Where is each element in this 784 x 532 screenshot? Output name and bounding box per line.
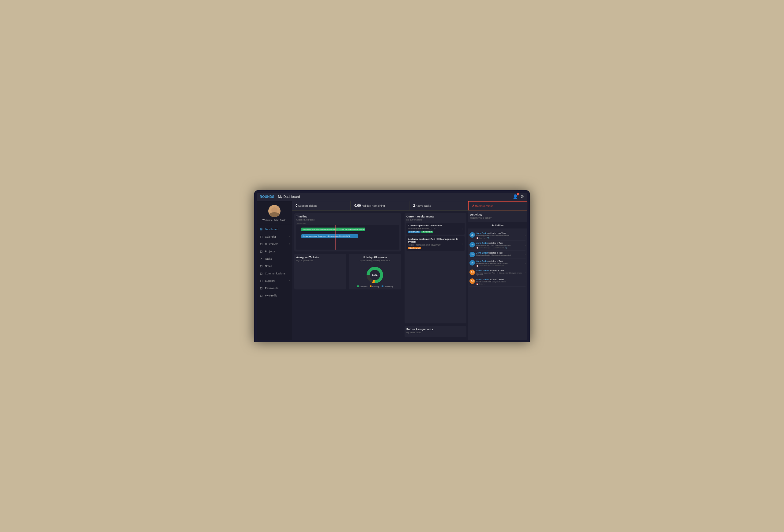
- chevron-right-icon: ›: [525, 253, 526, 256]
- assignment-item-1[interactable]: Create application Document Personnel fi…: [407, 223, 465, 234]
- sidebar-profile: Welcome, John Smith: [257, 201, 292, 224]
- future-subtitle: My future tasks: [407, 331, 465, 334]
- legend-remaining: Remaining: [382, 285, 393, 288]
- activity-content: John Smith updated a Task Converse with …: [476, 260, 523, 267]
- activity-item-4: JS John Smith updated a Task Converse wi…: [470, 259, 526, 268]
- stat-label: Support Tickets: [298, 204, 317, 207]
- stat-holiday[interactable]: 0.00 Holiday Remaining: [351, 201, 410, 211]
- sidebar-item-notes[interactable]: ◻ Notes: [257, 262, 292, 270]
- activity-desc: Create application Document was updated: [476, 254, 523, 256]
- app-logo: ROUNDS: [260, 195, 274, 198]
- sidebar-item-tasks[interactable]: ✓ Tasks: [257, 255, 292, 262]
- activity-content: John Smith added a new Task Create appli…: [476, 232, 523, 239]
- stat-number: 0: [296, 204, 297, 207]
- sidebar-item-label: Tasks: [265, 257, 272, 260]
- chevron-right-icon: ›: [289, 235, 290, 238]
- activity-content: Adam Jones updated a Task Add new custom…: [476, 270, 523, 276]
- sidebar-item-calendar[interactable]: ◻ Calendar ›: [257, 233, 292, 241]
- avatar: JS: [470, 252, 475, 257]
- legend-pending: Pending: [370, 285, 379, 288]
- current-assignments-section: Current Assignments My current tasks Cre…: [404, 213, 467, 324]
- activities-panel: Activities Recent system activity Activi…: [468, 211, 527, 340]
- activity-desc: Create application Document was updated: [476, 244, 523, 246]
- timeline-bar-green[interactable]: Add new customer Red Hill Management to …: [301, 228, 365, 231]
- activity-item-5: AJ Adam Jones updated a Task Add new cus…: [470, 268, 526, 277]
- activities-title: Activities: [470, 213, 525, 216]
- sidebar-item-label: Passwords: [265, 287, 278, 290]
- holiday-subtitle: My remaining holiday allowance: [360, 259, 390, 261]
- legend-approved: Approved: [357, 285, 367, 288]
- timeline-subtitle: All scheduled tasks: [296, 219, 399, 221]
- chevron-right-icon: ›: [525, 244, 526, 247]
- app-body: Welcome, John Smith ⊞ Dashboard ◻ Calend…: [257, 201, 527, 340]
- assignments-subtitle: My current tasks: [407, 219, 465, 221]
- customers-icon: ◻: [259, 242, 263, 246]
- tasks-icon: ✓: [259, 257, 263, 261]
- activities-subtitle: Recent system activity: [470, 217, 525, 219]
- sidebar-item-myprofile[interactable]: ◻ My Profile: [257, 292, 292, 299]
- activity-time: ⏰ 3 minutes ago — Alex Percival 📎: [476, 247, 523, 249]
- activity-desc: Create application Document was added: [476, 234, 523, 236]
- donut-center-text: 20.00: [372, 274, 377, 276]
- stat-label: Active Tasks: [416, 204, 431, 207]
- avatar: JS: [470, 260, 475, 265]
- bottom-left: Assigned Tickets My support tickets Holi…: [294, 254, 401, 289]
- timeline-grid: Add new customer Red Hill Management to …: [296, 225, 399, 250]
- sidebar-item-label: My Profile: [265, 294, 277, 297]
- holiday-legend: Approved Pending Remaining: [357, 285, 393, 288]
- future-assignments-section: Future Assignments My future tasks: [404, 326, 467, 337]
- activity-desc: Add new customer Red Hill Management to …: [476, 272, 523, 276]
- attachment-icon: 📎: [487, 237, 490, 239]
- activity-desc: Converse with Paul on application stats: [476, 262, 523, 264]
- page-title: My Dashboard: [278, 195, 513, 198]
- stat-support[interactable]: 0 Support Tickets: [292, 201, 351, 211]
- sidebar-item-projects[interactable]: ◻ Projects: [257, 248, 292, 255]
- welcome-text: Welcome, John Smith: [262, 219, 286, 221]
- avatar: AJ: [470, 270, 475, 275]
- header: ROUNDS My Dashboard 👤 1 ⚙: [257, 193, 527, 201]
- activities-list: JS John Smith added a new Task Create ap…: [468, 230, 527, 340]
- notification-badge: 1: [516, 193, 519, 195]
- timeline-bar-blue[interactable]: Create application Document – Reasonably…: [301, 234, 358, 238]
- stat-number: 2: [472, 204, 474, 208]
- assignment-tags: Alex Percival: [408, 247, 463, 249]
- stat-label: Overdue Tasks: [475, 204, 493, 208]
- avatar: JS: [470, 242, 475, 248]
- notifications-icon[interactable]: 👤 1: [513, 194, 518, 199]
- sidebar-item-dashboard[interactable]: ⊞ Dashboard: [257, 226, 292, 233]
- assignment-tags: COMPLETE IN REVIEW: [408, 231, 463, 233]
- future-title: Future Assignments: [407, 328, 465, 331]
- activity-name-action: John Smith updated a Task: [476, 252, 523, 254]
- chevron-right-icon: ›: [525, 262, 526, 265]
- stat-active[interactable]: 2 Active Tasks: [410, 201, 468, 211]
- activity-content: Adam Jones updated details Check Datails…: [476, 278, 523, 285]
- chevron-right-icon: ›: [525, 271, 526, 274]
- chevron-right-icon: ›: [525, 234, 526, 237]
- assignment-title: Create application Document: [408, 224, 463, 227]
- profile-icon: ◻: [259, 293, 263, 298]
- projects-icon: ◻: [259, 249, 263, 254]
- assignment-sub: Red Hill management (PR00001.9): [408, 244, 463, 246]
- sidebar-item-support[interactable]: ◻ Support ›: [257, 277, 292, 284]
- sidebar-item-label: Support: [265, 279, 275, 282]
- sidebar-item-customers[interactable]: ◻ Customers ›: [257, 241, 292, 248]
- timeline-labels: John Smith: [296, 223, 399, 224]
- chevron-right-icon: ›: [463, 242, 464, 245]
- timeline-section: Timeline All scheduled tasks John Smith: [294, 213, 401, 251]
- sidebar-item-communications[interactable]: ◻ Communications: [257, 270, 292, 277]
- activity-item-1: JS John Smith added a new Task Create ap…: [470, 231, 526, 241]
- settings-icon[interactable]: ⚙: [520, 194, 524, 199]
- assignment-item-2[interactable]: Add new customer Red Hill Management to …: [407, 236, 465, 251]
- stat-overdue[interactable]: 2 Overdue Tasks: [468, 201, 527, 211]
- sidebar-item-passwords[interactable]: ◻ Passwords: [257, 284, 292, 292]
- activity-content: John Smith updated a Task Create applica…: [476, 242, 523, 249]
- assignment-sub: Personnel file (PR00000170): [408, 228, 463, 230]
- sidebar-item-label: Dashboard: [265, 228, 278, 231]
- avatar: AJ: [470, 278, 475, 284]
- donut-chart: 20.00: [366, 266, 384, 284]
- sidebar-item-label: Notes: [265, 264, 272, 268]
- mid-column: Current Assignments My current tasks Cre…: [403, 211, 468, 340]
- activity-content: John Smith updated a Task Create applica…: [476, 252, 523, 257]
- tickets-subtitle: My support tickets: [296, 259, 344, 261]
- dashboard-icon: ⊞: [259, 227, 263, 231]
